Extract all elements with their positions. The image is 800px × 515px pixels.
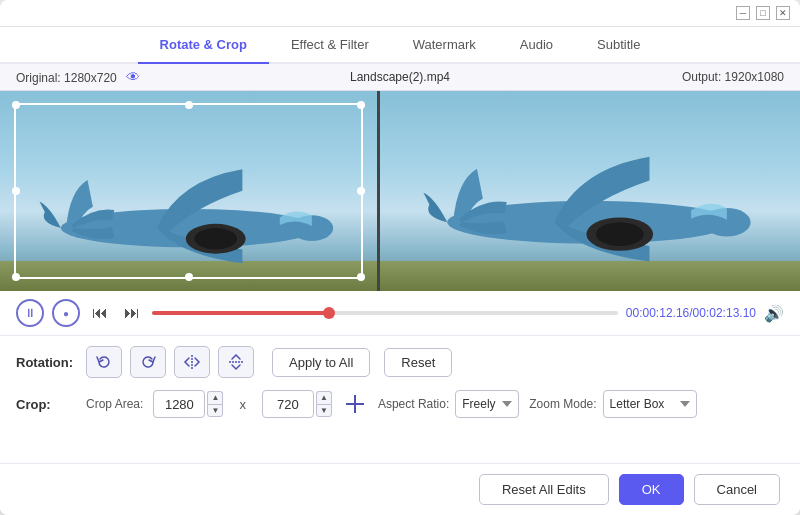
crop-handle-mr[interactable]: [357, 187, 365, 195]
tab-bar: Rotate & Crop Effect & Filter Watermark …: [0, 27, 800, 64]
main-window: ─ □ ✕ Rotate & Crop Effect & Filter Wate…: [0, 0, 800, 515]
crop-controls: Crop Area: ▲ ▼ x ▲ ▼: [86, 390, 697, 418]
original-info: Original: 1280x720 👁: [16, 69, 208, 85]
crop-height-group: ▲ ▼: [262, 390, 332, 418]
skip-back-button[interactable]: ⏮: [88, 302, 112, 324]
video-frame-right: [380, 91, 800, 291]
crop-handle-br[interactable]: [357, 273, 365, 281]
tab-watermark[interactable]: Watermark: [391, 27, 498, 64]
tab-effect-filter[interactable]: Effect & Filter: [269, 27, 391, 64]
svg-point-7: [596, 222, 644, 246]
flip-horizontal-button[interactable]: [174, 346, 210, 378]
current-time: 00:00:12.16: [626, 306, 689, 320]
flip-vertical-button[interactable]: [218, 346, 254, 378]
aspect-ratio-group: Aspect Ratio: Freely 16:9 4:3 1:1 9:16: [378, 390, 519, 418]
pause-button[interactable]: ⏸: [16, 299, 44, 327]
zoom-label: Zoom Mode:: [529, 397, 596, 411]
rotation-buttons: Apply to All Reset: [86, 346, 452, 378]
video-area: [0, 91, 800, 291]
original-label: Original:: [16, 71, 61, 85]
crosshair-icon: [344, 393, 366, 415]
output-label: Output:: [682, 70, 721, 84]
skip-forward-button[interactable]: ⏭: [120, 302, 144, 324]
crop-handle-tm[interactable]: [185, 101, 193, 109]
volume-icon[interactable]: 🔊: [764, 304, 784, 323]
playback-bar: ⏸ ● ⏮ ⏭ 00:00:12.16/00:02:13.10 🔊: [0, 291, 800, 336]
footer: Reset All Edits OK Cancel: [0, 463, 800, 515]
video-preview-right: [380, 91, 800, 291]
tab-subtitle[interactable]: Subtitle: [575, 27, 662, 64]
flip-horizontal-icon: [183, 353, 201, 371]
rotate-left-icon: [95, 353, 113, 371]
tab-rotate-crop[interactable]: Rotate & Crop: [138, 27, 269, 64]
rotate-right-icon: [139, 353, 157, 371]
stop-icon: ●: [63, 308, 69, 319]
crop-handle-tl[interactable]: [12, 101, 20, 109]
rotation-row: Rotation:: [16, 346, 784, 378]
crop-overlay[interactable]: [14, 103, 363, 279]
tab-audio[interactable]: Audio: [498, 27, 575, 64]
crop-width-down[interactable]: ▼: [207, 404, 223, 417]
crop-height-input[interactable]: [262, 390, 314, 418]
title-bar: ─ □ ✕: [0, 0, 800, 27]
minimize-button[interactable]: ─: [736, 6, 750, 20]
time-display: 00:00:12.16/00:02:13.10: [626, 306, 756, 320]
info-bar: Original: 1280x720 👁 Landscape(2).mp4 Ou…: [0, 64, 800, 91]
ok-button[interactable]: OK: [619, 474, 684, 505]
airplane-svg-right: [412, 133, 769, 276]
eye-icon[interactable]: 👁: [126, 69, 140, 85]
aspect-label: Aspect Ratio:: [378, 397, 449, 411]
pause-icon: ⏸: [24, 306, 36, 320]
maximize-button[interactable]: □: [756, 6, 770, 20]
controls-area: Rotation:: [0, 336, 800, 463]
close-button[interactable]: ✕: [776, 6, 790, 20]
crop-width-input[interactable]: [153, 390, 205, 418]
crop-area-label: Crop Area:: [86, 397, 143, 411]
progress-fill: [152, 311, 329, 315]
rotate-left-button[interactable]: [86, 346, 122, 378]
total-time: 00:02:13.10: [693, 306, 756, 320]
filename: Landscape(2).mp4: [208, 70, 592, 84]
crop-width-up[interactable]: ▲: [207, 391, 223, 404]
crop-width-spinners: ▲ ▼: [207, 391, 223, 417]
rotation-label: Rotation:: [16, 355, 86, 370]
zoom-mode-select[interactable]: Letter Box Pan & Scan Full: [603, 390, 697, 418]
output-info: Output: 1920x1080: [592, 70, 784, 84]
original-value: 1280x720: [64, 71, 117, 85]
crop-width-group: ▲ ▼: [153, 390, 223, 418]
cancel-button[interactable]: Cancel: [694, 474, 780, 505]
flip-vertical-icon: [227, 353, 245, 371]
crop-height-up[interactable]: ▲: [316, 391, 332, 404]
zoom-mode-group: Zoom Mode: Letter Box Pan & Scan Full: [529, 390, 696, 418]
output-value: 1920x1080: [725, 70, 784, 84]
apply-to-all-button[interactable]: Apply to All: [272, 348, 370, 377]
progress-thumb[interactable]: [323, 307, 335, 319]
crop-handle-bl[interactable]: [12, 273, 20, 281]
crop-handle-bm[interactable]: [185, 273, 193, 281]
aspect-ratio-select[interactable]: Freely 16:9 4:3 1:1 9:16: [455, 390, 519, 418]
x-separator: x: [239, 397, 246, 412]
video-preview-left: [0, 91, 380, 291]
crop-row: Crop: Crop Area: ▲ ▼ x ▲ ▼: [16, 390, 784, 418]
crop-height-down[interactable]: ▼: [316, 404, 332, 417]
crop-label: Crop:: [16, 397, 86, 412]
reset-all-edits-button[interactable]: Reset All Edits: [479, 474, 609, 505]
crop-handle-ml[interactable]: [12, 187, 20, 195]
reset-rotation-button[interactable]: Reset: [384, 348, 452, 377]
rotate-right-button[interactable]: [130, 346, 166, 378]
progress-track[interactable]: [152, 311, 618, 315]
crop-handle-tr[interactable]: [357, 101, 365, 109]
crop-center-icon[interactable]: [342, 391, 368, 417]
stop-button[interactable]: ●: [52, 299, 80, 327]
crop-height-spinners: ▲ ▼: [316, 391, 332, 417]
